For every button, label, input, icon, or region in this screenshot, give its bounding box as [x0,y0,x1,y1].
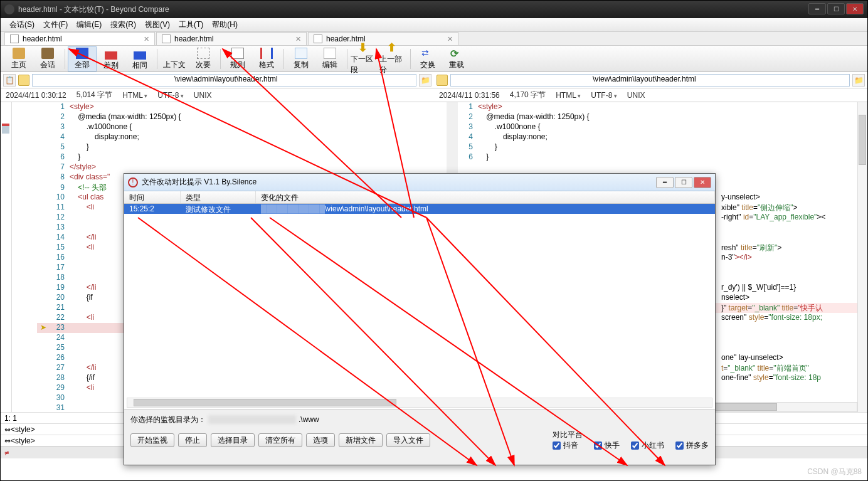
left-size: 5,014 字节 [77,90,112,100]
tab-1-label: header.html [23,34,62,43]
tab-2-close-icon[interactable]: ✕ [295,35,301,43]
rules-button[interactable]: 规则 [223,46,252,71]
menu-search[interactable]: 搜索(R) [107,18,140,31]
col-type[interactable]: 类型 [181,191,256,203]
tab-1-close-icon[interactable]: ✕ [144,35,149,43]
overview-thumbnail[interactable] [1,102,12,412]
file-icon [10,34,19,43]
left-path-input[interactable]: xxxxxxxxxxxxxxxxxxxxxxxxxxxxxxxxxxxxx\vi… [32,74,416,87]
file-icon [314,34,322,43]
left-browse-button[interactable]: 📁 [419,74,431,87]
dialog-title: 文件改动对比提示 V1.1 By.Silence [142,177,652,188]
left-history-button[interactable]: 📋 [3,74,16,87]
table-row[interactable]: 15:25:2 测试修改文件 ████████████\view\admin\l… [124,204,715,214]
tab-2[interactable]: header.html ✕ [156,32,307,45]
prev-section-button[interactable]: ⬆上一部分 [379,46,408,71]
platform-pinduoduo[interactable]: 拼多多 [675,440,709,451]
start-monitor-button[interactable]: 开始监视 [130,433,174,447]
platform-xiaohongshu[interactable]: 小红书 [631,440,664,451]
file-icon [162,34,171,43]
menu-session[interactable]: 会话(S) [6,18,38,31]
same-icon [134,51,146,60]
right-encoding[interactable]: UTF-8 [591,91,617,100]
folder-icon [437,75,448,86]
current-line-arrow-icon: ➤ [37,323,50,332]
tab-3-close-icon[interactable]: ✕ [447,35,453,43]
right-path-input[interactable]: xxxxxxxxxxxxxxxxxxxxxxxxxxxxxxxxxxxxx\vi… [450,74,850,87]
right-eol: UNIX [627,91,645,100]
arrow-up-icon: ⬆ [387,42,400,53]
main-toolbar: 主页 会话 全部 差别 相同 上下文 次要 规则 格式 复制 编辑 ⬇下一区段 … [1,46,867,72]
next-section-button[interactable]: ⬇下一区段 [350,46,379,71]
swap-button[interactable]: ⇄交换 [413,46,442,71]
table-body[interactable]: 15:25:2 测试修改文件 ████████████\view\admin\l… [124,204,715,410]
minor-icon [197,48,209,59]
stop-button[interactable]: 停止 [178,433,207,447]
dialog-title-bar[interactable]: ! 文件改动对比提示 V1.1 By.Silence ━ ☐ ✕ [124,174,715,191]
menu-file[interactable]: 文件(F) [40,18,71,31]
dialog-maximize-button[interactable]: ☐ [675,177,692,188]
reload-button[interactable]: ⟳重载 [442,46,471,71]
edit-button[interactable]: 编辑 [315,46,344,71]
same-button[interactable]: 相同 [125,46,154,71]
folder-icon [18,75,29,86]
minimize-button[interactable]: ━ [808,3,826,14]
right-browse-button[interactable]: 📁 [852,74,865,87]
all-button[interactable]: 全部 [68,46,97,71]
briefcase-icon [41,48,54,59]
close-button[interactable]: ✕ [846,3,864,14]
monitor-dir-label: 你选择的监视目录为：.\www [130,413,709,426]
menu-edit[interactable]: 编辑(E) [73,18,105,31]
platform-kuaishou[interactable]: 快手 [594,440,620,451]
left-lang[interactable]: HTML [122,91,147,100]
dialog-horizontal-scrollbar[interactable] [127,398,712,408]
choose-dir-button[interactable]: 选择目录 [211,433,255,447]
dialog-close-button[interactable]: ✕ [694,177,711,188]
format-button[interactable]: 格式 [252,46,281,71]
session-button[interactable]: 会话 [33,46,62,71]
maximize-button[interactable]: ☐ [827,3,845,14]
tab-2-label: header.html [174,34,214,43]
compare-monitor-dialog: ! 文件改动对比提示 V1.1 By.Silence ━ ☐ ✕ 时间 类型 变… [124,173,716,465]
new-file-button[interactable]: 新增文件 [339,433,383,447]
menu-view[interactable]: 视图(V) [141,18,174,31]
col-file[interactable]: 变化的文件 [256,191,715,203]
app-icon [4,4,14,14]
platform-checkboxes: 对比平台 抖音 快手 小红书 拼多多 [553,430,709,451]
platform-douyin[interactable]: 抖音 [553,440,583,451]
edit-icon [324,48,336,59]
tab-1[interactable]: header.html ✕ [4,32,155,45]
menu-bar: 会话(S) 文件(F) 编辑(E) 搜索(R) 视图(V) 工具(T) 帮助(H… [1,18,867,32]
minor-button[interactable]: 次要 [189,46,218,71]
context-button[interactable]: 上下文 [160,46,189,71]
left-encoding[interactable]: UTF-8 [157,91,184,100]
menu-tools[interactable]: 工具(T) [175,18,207,31]
all-icon [76,48,88,59]
options-button[interactable]: 选项 [306,433,335,447]
home-icon [13,48,25,59]
menu-help[interactable]: 帮助(H) [208,18,241,31]
copy-icon [295,48,307,59]
left-eol: UNIX [194,91,212,100]
vertical-scrollbar[interactable] [857,102,867,412]
home-button[interactable]: 主页 [4,46,33,71]
right-lang[interactable]: HTML [556,91,581,100]
left-timestamp: 2024/4/11 0:30:12 [6,91,66,100]
clear-all-button[interactable]: 清空所有 [258,433,302,447]
diff-button[interactable]: 差别 [97,46,125,71]
document-tabs: header.html ✕ header.html ✕ header.html … [1,32,867,46]
col-time[interactable]: 时间 [124,191,181,203]
watermark: CSDN @马克88 [807,467,862,477]
not-equal-icon: ≠ [4,448,9,457]
dialog-minimize-button[interactable]: ━ [656,177,674,188]
import-file-button[interactable]: 导入文件 [386,433,430,447]
reload-icon: ⟳ [450,48,463,59]
ruler-icon [231,48,244,59]
info-row: 2024/4/11 0:30:12 5,014 字节 HTML UTF-8 UN… [1,88,867,102]
format-icon [260,48,273,59]
arrow-down-icon: ⬇ [358,42,371,53]
swap-icon: ⇄ [421,48,434,59]
diff-icon [105,51,117,60]
copy-button[interactable]: 复制 [287,46,315,71]
tab-3[interactable]: header.html ✕ [308,32,458,45]
